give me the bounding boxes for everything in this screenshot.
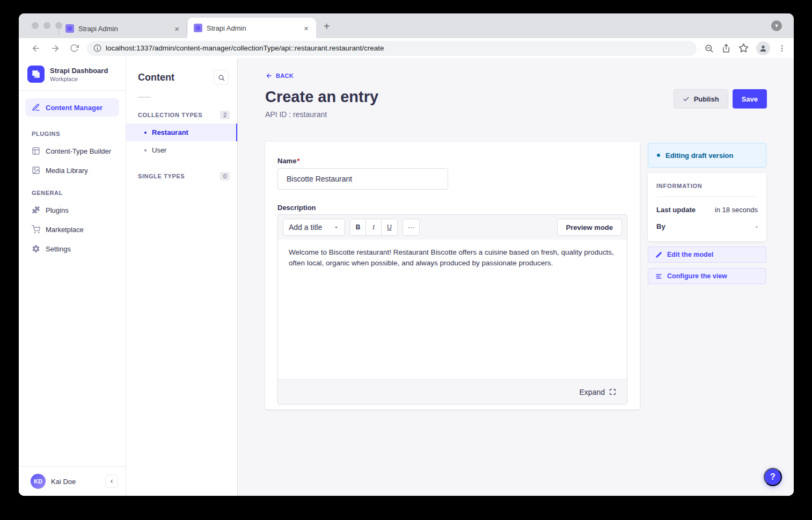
divider <box>656 197 758 197</box>
bullet-icon <box>144 149 147 151</box>
entry-form-card: Name* Description Add a title B I <box>265 142 640 409</box>
user-name: Kai Doe <box>51 478 100 486</box>
minimize-window-icon[interactable] <box>43 22 50 29</box>
sidebar-item-media-library[interactable]: Media Library <box>25 161 119 179</box>
editor-footer: Expand <box>278 379 627 404</box>
configure-view-button[interactable]: Configure the view <box>648 268 766 284</box>
bullet-icon <box>144 132 147 134</box>
tab-title: Strapi Admin <box>78 25 173 33</box>
sidebar-item-label: Settings <box>46 245 71 253</box>
sidebar-item-settings[interactable]: Settings <box>25 240 119 258</box>
publish-button[interactable]: Publish <box>674 89 728 109</box>
sidebar-item-content-manager[interactable]: Content Manager <box>25 98 119 117</box>
editor-toolbar: Add a title B I U ⋯ Preview mode <box>278 215 627 240</box>
subnav-item-user[interactable]: User <box>126 141 237 159</box>
tab-close-icon[interactable]: × <box>173 24 180 33</box>
subnav-item-restaurant[interactable]: Restaurant <box>126 124 237 141</box>
help-button[interactable]: ? <box>764 468 782 486</box>
meta-column: Editing draft version INFORMATION Last u… <box>648 142 766 284</box>
puzzle-icon <box>32 206 40 214</box>
content-subnav: Content COLLECTION TYPES 2 Restaurant Us… <box>126 58 238 496</box>
subnav-title: Content <box>138 72 174 83</box>
tab-strapi-admin-1[interactable]: Strapi Admin × <box>58 22 187 35</box>
sidebar-item-label: Media Library <box>46 167 88 175</box>
sidebar-item-label: Plugins <box>46 206 69 214</box>
tab-search-chevron-icon[interactable]: ▼ <box>771 20 782 31</box>
chevron-down-icon <box>333 225 339 230</box>
zoom-out-icon[interactable] <box>704 44 714 53</box>
gear-icon <box>32 244 40 253</box>
menu-dots-icon[interactable] <box>778 44 786 53</box>
chevron-left-icon <box>109 479 114 484</box>
strapi-favicon <box>65 24 74 33</box>
expand-icon[interactable] <box>609 388 616 395</box>
arrow-left-icon <box>265 72 273 80</box>
site-info-icon[interactable] <box>93 44 101 52</box>
more-formats-button[interactable]: ⋯ <box>403 219 420 236</box>
share-icon[interactable] <box>721 44 731 53</box>
page-title: Create an entry <box>265 88 378 106</box>
status-dot-icon <box>657 154 660 157</box>
collection-types-label: COLLECTION TYPES <box>138 112 202 118</box>
workspace-brand[interactable]: Strapi Dashboard Workplace <box>19 58 126 91</box>
bold-button[interactable]: B <box>350 219 366 235</box>
tab-close-icon[interactable]: × <box>303 24 310 33</box>
main-sidebar: Strapi Dashboard Workplace Content Manag… <box>19 58 126 496</box>
reload-icon[interactable] <box>70 44 79 53</box>
tab-strapi-admin-2[interactable]: Strapi Admin × <box>187 18 316 38</box>
sidebar-item-marketplace[interactable]: Marketplace <box>25 220 119 239</box>
strapi-favicon <box>194 24 202 32</box>
description-field-label: Description <box>277 204 627 212</box>
cart-icon <box>32 225 40 234</box>
tab-strip: Strapi Admin × Strapi Admin × + ▼ <box>19 13 794 38</box>
back-link[interactable]: BACK <box>265 72 294 80</box>
subnav-item-label: User <box>152 146 166 154</box>
new-tab-button[interactable]: + <box>324 20 330 33</box>
brand-title: Strapi Dashboard <box>50 67 108 75</box>
edit-model-button[interactable]: Edit the model <box>648 247 766 263</box>
info-row-by: By - <box>656 222 758 230</box>
user-avatar[interactable]: KD <box>31 474 46 489</box>
sidebar-item-content-type-builder[interactable]: Content-Type Builder <box>25 142 119 160</box>
save-button[interactable]: Save <box>733 89 767 109</box>
forward-nav-icon[interactable] <box>50 44 60 53</box>
collection-types-count: 2 <box>220 111 230 119</box>
italic-button[interactable]: I <box>366 219 382 235</box>
subnav-item-label: Restaurant <box>152 128 188 136</box>
divider <box>138 97 151 98</box>
sidebar-item-plugins[interactable]: Plugins <box>25 201 119 219</box>
draft-status-badge: Editing draft version <box>648 143 766 168</box>
required-asterisk: * <box>297 157 299 165</box>
underline-button[interactable]: U <box>382 219 397 235</box>
format-button-group: B I U <box>350 219 398 236</box>
collapse-sidebar-button[interactable] <box>105 475 118 488</box>
close-window-icon[interactable] <box>32 22 39 29</box>
sidebar-section-plugins: PLUGINS <box>19 121 126 141</box>
pen-icon <box>32 103 40 112</box>
back-nav-icon[interactable] <box>31 44 41 53</box>
name-input[interactable] <box>277 168 448 190</box>
search-button[interactable] <box>214 70 229 85</box>
description-text: Welcome to Biscotte restaurant! Restaura… <box>289 247 616 268</box>
url-bar[interactable]: localhost:1337/admin/content-manager/col… <box>87 41 697 56</box>
information-card: INFORMATION Last update in 18 seconds By… <box>648 173 766 241</box>
brand-subtitle: Workplace <box>50 76 108 82</box>
rich-text-editor: Add a title B I U ⋯ Preview mode <box>277 214 627 405</box>
maximize-window-icon[interactable] <box>55 22 62 29</box>
strapi-logo <box>27 66 45 83</box>
traffic-lights[interactable] <box>32 22 62 29</box>
tab-title: Strapi Admin <box>207 24 303 32</box>
profile-avatar-icon[interactable] <box>756 41 770 55</box>
browser-window: Strapi Admin × Strapi Admin × + ▼ localh… <box>19 13 794 496</box>
image-icon <box>32 166 40 175</box>
expand-label[interactable]: Expand <box>580 388 605 396</box>
main-content: BACK Create an entry API ID : restaurant… <box>238 58 794 496</box>
title-style-select[interactable]: Add a title <box>283 219 345 236</box>
description-textarea[interactable]: Welcome to Biscotte restaurant! Restaura… <box>278 240 627 379</box>
browser-toolbar: localhost:1337/admin/content-manager/col… <box>19 38 794 58</box>
sidebar-user: KD Kai Doe <box>19 466 126 496</box>
name-field-label: Name* <box>277 157 299 165</box>
bookmark-star-icon[interactable] <box>738 43 749 53</box>
preview-mode-button[interactable]: Preview mode <box>557 219 622 236</box>
single-types-label: SINGLE TYPES <box>138 173 185 179</box>
